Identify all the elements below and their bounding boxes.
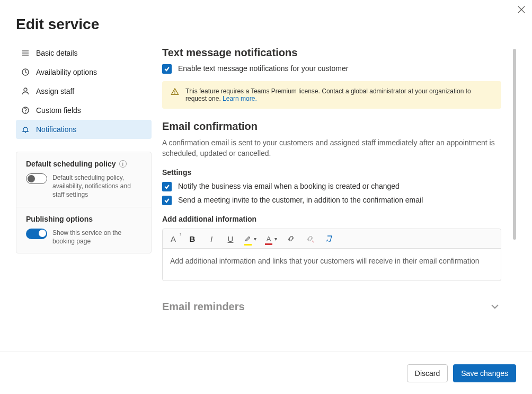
svg-line-12 (326, 240, 328, 241)
chevron-down-icon: ▾ (274, 236, 277, 242)
sms-heading: Text message notifications (162, 47, 501, 59)
scrollbar[interactable] (513, 49, 516, 240)
rich-text-editor: A ↕ B I U ▾ (162, 229, 501, 281)
dialog-title: Edit service (16, 16, 516, 33)
email-heading: Email confirmation (162, 120, 501, 133)
learn-more-link[interactable]: Learn more. (223, 95, 257, 102)
chevron-down-icon: ▾ (254, 236, 256, 242)
underline-button[interactable]: U (225, 233, 236, 244)
highlight-button[interactable]: ▾ (244, 234, 256, 243)
warning-icon (171, 87, 179, 102)
nav-basic-details[interactable]: Basic details (16, 43, 152, 63)
reminders-collapse-button[interactable] (489, 300, 501, 313)
person-icon (21, 87, 30, 95)
clock-icon (21, 68, 30, 76)
nav-label: Availability options (36, 68, 97, 76)
clear-format-button[interactable] (324, 233, 334, 244)
nav-label: Custom fields (36, 106, 81, 115)
close-button[interactable] (517, 5, 526, 14)
publish-desc: Show this service on the booking page (52, 229, 141, 246)
nav-assign-staff[interactable]: Assign staff (16, 82, 152, 101)
svg-point-10 (174, 93, 175, 94)
list-icon (21, 49, 30, 57)
policy-heading: Default scheduling policy (26, 160, 116, 168)
email-desc: A confirmation email is sent to your cus… (162, 138, 501, 159)
enable-sms-checkbox[interactable] (162, 64, 172, 74)
add-info-heading: Add additional information (162, 215, 501, 223)
nav-custom-fields[interactable]: Custom fields (16, 101, 152, 120)
bold-button[interactable]: B (187, 233, 198, 244)
nav-label: Basic details (36, 49, 78, 57)
send-invite-checkbox[interactable] (162, 196, 172, 205)
default-policy-toggle[interactable] (26, 173, 47, 184)
publish-heading: Publishing options (26, 215, 93, 223)
svg-point-8 (25, 112, 25, 112)
italic-button[interactable]: I (206, 233, 217, 244)
save-button[interactable]: Save changes (453, 364, 516, 382)
marker-icon (244, 234, 252, 243)
link-button[interactable] (286, 233, 296, 244)
info-icon[interactable]: i (119, 160, 127, 168)
font-size-button[interactable]: A ↕ (168, 233, 179, 244)
nav-notifications[interactable]: Notifications (16, 120, 152, 139)
link-icon (287, 234, 295, 243)
unlink-icon (306, 234, 314, 243)
font-color-icon: A (265, 234, 272, 243)
send-invite-label: Send a meeting invite to the customer, i… (178, 196, 423, 204)
bell-icon (21, 125, 30, 134)
question-circle-icon (21, 106, 30, 115)
nav-availability[interactable]: Availability options (16, 63, 152, 82)
premium-banner: This feature requires a Teams Premium li… (162, 81, 501, 109)
reminders-heading: Email reminders (162, 301, 245, 313)
svg-point-6 (24, 88, 27, 91)
enable-sms-label: Enable text message notifications for yo… (178, 64, 348, 73)
policy-desc: Default scheduling policy, availability,… (52, 173, 141, 199)
nav-label: Assign staff (36, 87, 74, 95)
svg-line-11 (312, 241, 314, 242)
unlink-button[interactable] (305, 233, 315, 244)
rte-textarea[interactable]: Add additional information and links tha… (163, 249, 501, 281)
nav-label: Notifications (36, 125, 76, 134)
show-service-toggle[interactable] (26, 229, 47, 239)
format-clear-icon (325, 234, 333, 243)
chevron-down-icon (489, 300, 501, 313)
font-color-button[interactable]: A ▾ (265, 234, 277, 243)
notify-business-label: Notify the business via email when a boo… (178, 182, 400, 190)
settings-label: Settings (162, 168, 501, 177)
discard-button[interactable]: Discard (407, 364, 448, 382)
notify-business-checkbox[interactable] (162, 182, 172, 191)
